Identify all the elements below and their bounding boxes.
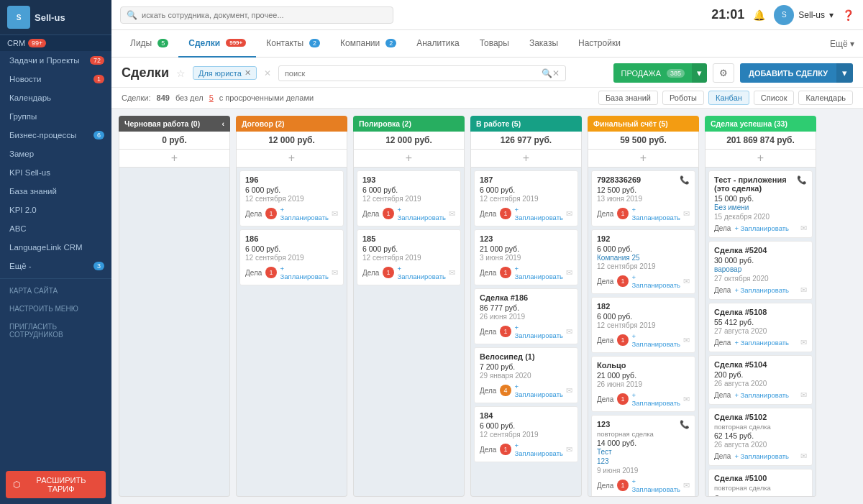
crm-badge: 99+ bbox=[28, 39, 46, 47]
column-add-yellow[interactable]: + bbox=[588, 149, 699, 168]
deal-card[interactable]: Тест - приложения (это сделка) 📞 15 000 … bbox=[708, 170, 813, 238]
tab-orders[interactable]: Заказы bbox=[519, 30, 568, 58]
add-deal-dropdown-button[interactable]: ▾ bbox=[836, 63, 853, 83]
help-icon[interactable]: ❓ bbox=[842, 9, 854, 21]
sidebar-crm[interactable]: CRM 99+ bbox=[0, 35, 111, 51]
global-search-input[interactable] bbox=[142, 11, 387, 19]
deal-card[interactable]: 192 6 000 руб. Компания 25 12 сентября 2… bbox=[591, 229, 695, 294]
deal-card[interactable]: Сделка #5108 55 412 руб. 27 августа 2020… bbox=[708, 303, 813, 352]
column-title-lime: Сделка успешна (33) bbox=[711, 119, 787, 128]
tab-analytics[interactable]: Аналитика bbox=[406, 30, 469, 58]
deal-card[interactable]: Сделка #5102 повторная сделка 62 145 руб… bbox=[708, 408, 813, 466]
kanban-column-yellow: Финальный счёт (5) 59 500 руб. + 7928336… bbox=[588, 116, 699, 497]
column-add-black[interactable]: + bbox=[119, 149, 230, 168]
calendar-button[interactable]: Календарь bbox=[798, 91, 853, 105]
msg-icon: ✉ bbox=[449, 268, 455, 278]
add-deal-button-group: ДОБАВИТЬ СДЕЛКУ ▾ bbox=[740, 63, 853, 83]
robots-button[interactable]: Роботы bbox=[662, 91, 704, 105]
deal-card[interactable]: 123 📞 повторная сделка 14 000 руб. Тест … bbox=[591, 415, 695, 497]
logo-text: Sell-us bbox=[35, 12, 65, 23]
settings-gear-button[interactable]: ⚙ bbox=[713, 63, 734, 83]
tabs-more-button[interactable]: Ещё ▾ bbox=[830, 39, 854, 49]
sidebar-item-biz-processes[interactable]: Бизнес-процессы 6 bbox=[0, 126, 111, 145]
kanban-column-black: Черновая работа (0) ‹ 0 руб. + bbox=[119, 116, 230, 497]
deal-card[interactable]: Сделка #5100 повторная сделка Дела + Зап… bbox=[708, 469, 813, 497]
deal-card[interactable]: Сделка #5104 200 руб. 26 августа 2020 Де… bbox=[708, 355, 813, 405]
sidebar-item-kpi[interactable]: KPI Sell-us bbox=[0, 163, 111, 182]
notification-bell-icon[interactable]: 🔔 bbox=[753, 9, 765, 21]
clear-search-icon[interactable]: ✕ bbox=[552, 68, 560, 78]
tab-companies[interactable]: Компании 2 bbox=[330, 30, 406, 58]
msg-icon: ✉ bbox=[683, 336, 690, 345]
sidebar-item-map[interactable]: КАРТА САЙТА bbox=[0, 282, 111, 300]
deal-card[interactable]: Велосипед (1) 7 200 руб. 29 января 2020 … bbox=[474, 347, 578, 403]
deal-card[interactable]: Сделка #5204 30 000 руб. варовар 27 октя… bbox=[708, 241, 813, 300]
search-icon: 🔍 bbox=[542, 68, 552, 78]
deals-overdue-label: с просроченными делами bbox=[219, 93, 314, 102]
tab-contacts[interactable]: Контакты 2 bbox=[256, 30, 330, 58]
msg-icon: ✉ bbox=[566, 327, 572, 336]
column-add-orange[interactable]: + bbox=[236, 149, 347, 168]
tab-goods[interactable]: Товары bbox=[470, 30, 519, 58]
sidebar-item-knowledge[interactable]: База знаний bbox=[0, 182, 111, 201]
column-chevron-black[interactable]: ‹ bbox=[222, 119, 225, 128]
sidebar-item-settings-menu[interactable]: НАСТРОИТЬ МЕНЮ bbox=[0, 300, 111, 318]
msg-icon: ✉ bbox=[683, 277, 690, 286]
sales-button-group: ПРОДАЖА 385 ▾ bbox=[613, 63, 707, 83]
sales-dropdown-button[interactable]: ▾ bbox=[692, 63, 707, 83]
sidebar-item-groups[interactable]: Группы bbox=[0, 107, 111, 126]
sidebar-item-calendar[interactable]: Календарь bbox=[0, 88, 111, 107]
msg-icon: ✉ bbox=[332, 209, 338, 219]
deal-card[interactable]: 187 6 000 руб. 12 сентября 2019 Дела 1 +… bbox=[474, 170, 578, 226]
tab-deals[interactable]: Сделки 999+ bbox=[178, 30, 256, 58]
sidebar-logo[interactable]: S Sell-us bbox=[0, 0, 111, 35]
phone-icon: 📞 bbox=[797, 175, 807, 185]
msg-icon: ✉ bbox=[449, 209, 455, 219]
add-deal-button[interactable]: ДОБАВИТЬ СДЕЛКУ bbox=[740, 63, 836, 83]
sidebar-item-langlink[interactable]: LanguageLink CRM bbox=[0, 238, 111, 257]
sidebar-item-abc[interactable]: ABC bbox=[0, 219, 111, 238]
sidebar-item-tasks[interactable]: Задачи и Проекты 72 bbox=[0, 51, 111, 70]
kanban-column-teal: В работе (5) 126 977 руб. + 187 6 000 ру… bbox=[470, 116, 582, 497]
deal-card[interactable]: 186 6 000 руб. 12 сентября 2019 Дела 1 +… bbox=[239, 229, 344, 285]
sidebar: S Sell-us CRM 99+ Задачи и Проекты 72 Но… bbox=[0, 0, 111, 504]
deal-card[interactable]: 196 6 000 руб. 12 сентября 2019 Дела 1 +… bbox=[239, 170, 344, 226]
sidebar-item-news[interactable]: Новости 1 bbox=[0, 70, 111, 88]
deals-search-input[interactable] bbox=[285, 69, 542, 78]
sidebar-item-zamer[interactable]: Замер bbox=[0, 145, 111, 163]
tab-leads[interactable]: Лиды 5 bbox=[120, 30, 178, 58]
topbar-right: 21:01 🔔 S Sell-us ▾ ❓ bbox=[711, 5, 854, 25]
user-menu[interactable]: S Sell-us ▾ bbox=[774, 5, 834, 25]
filter-tag-close-icon[interactable]: ✕ bbox=[245, 68, 251, 78]
global-search-box[interactable]: 🔍 bbox=[120, 6, 393, 24]
knowledge-base-button[interactable]: База знаний bbox=[598, 91, 658, 105]
expand-tariff-button[interactable]: ⬡ РАСШИРИТЬ ТАРИФ bbox=[6, 471, 106, 498]
leads-badge: 5 bbox=[157, 39, 168, 47]
deal-card[interactable]: 193 6 000 руб. 12 сентября 2019 Дела 1 +… bbox=[357, 170, 461, 226]
column-add-teal[interactable]: + bbox=[470, 149, 582, 168]
deal-card[interactable]: 123 21 000 руб. 3 июня 2019 Дела 1 + Зап… bbox=[474, 229, 578, 285]
deals-overdue-link[interactable]: 5 bbox=[209, 93, 214, 102]
column-add-green[interactable]: + bbox=[353, 149, 465, 168]
kanban-button[interactable]: Канбан bbox=[708, 91, 749, 105]
column-total-orange: 12 000 руб. bbox=[236, 132, 347, 149]
deal-card[interactable]: Сделка #186 86 777 руб. 26 июня 2019 Дел… bbox=[474, 288, 578, 344]
sidebar-item-kpi2[interactable]: KPI 2.0 bbox=[0, 201, 111, 219]
deal-card[interactable]: 184 6 000 руб. 12 сентября 2019 Дела 1 +… bbox=[474, 406, 578, 462]
msg-icon: ✉ bbox=[800, 224, 807, 233]
column-add-lime[interactable]: + bbox=[705, 149, 816, 168]
navtabs: Лиды 5 Сделки 999+ Контакты 2 Компании 2… bbox=[111, 30, 863, 58]
favorite-star-icon[interactable]: ☆ bbox=[176, 68, 186, 79]
deal-card[interactable]: Кольцо 21 000 руб. 26 июня 2019 Дела 1 +… bbox=[591, 356, 695, 412]
sidebar-item-more[interactable]: Ещё - 3 bbox=[0, 257, 111, 275]
search-icon: 🔍 bbox=[127, 10, 137, 20]
list-button[interactable]: Список bbox=[754, 91, 795, 105]
sidebar-item-invite[interactable]: ПРИГЛАСИТЬ СОТРУДНИКОВ bbox=[0, 318, 111, 344]
sales-button[interactable]: ПРОДАЖА 385 bbox=[613, 63, 692, 83]
filter-tag-yurist[interactable]: Для юриста ✕ bbox=[193, 66, 257, 80]
deals-search-box[interactable]: 🔍 ✕ bbox=[278, 65, 566, 81]
deal-card[interactable]: 7928336269 📞 12 500 руб. 13 июня 2019 Де… bbox=[591, 170, 695, 226]
tab-settings[interactable]: Настройки bbox=[568, 30, 631, 58]
deal-card[interactable]: 182 6 000 руб. 12 сентября 2019 Дела 1 +… bbox=[591, 297, 695, 353]
deal-card[interactable]: 185 6 000 руб. 12 сентября 2019 Дела 1 +… bbox=[357, 229, 461, 285]
